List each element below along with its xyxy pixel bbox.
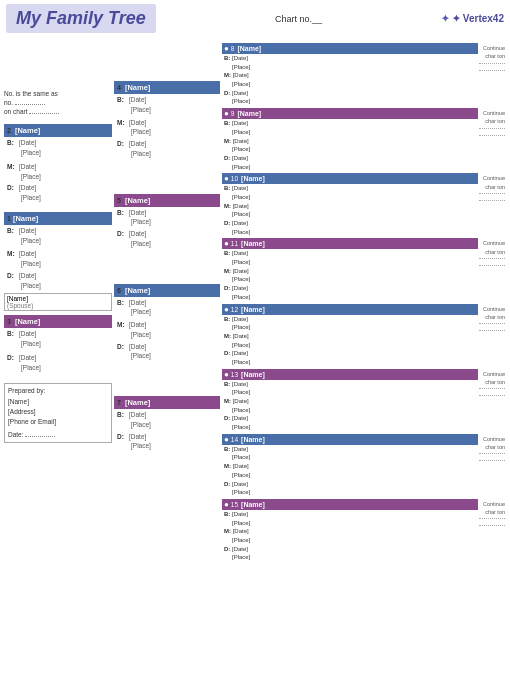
right-persons-list: ● 8 [Name] B: [Date] [Place] M: [Date] [… (222, 43, 506, 563)
person-1-name-bar: 1 [Name] (4, 212, 112, 225)
right-person-r8: ● 15 [Name] B: [Date] [Place] M: [Date] … (222, 499, 506, 562)
person-4-name-bar: 4 [Name] (114, 81, 220, 94)
person-3-card: 3 [Name] B:[Date] [Place] D:[Date] [Plac… (4, 315, 112, 373)
header: My Family Tree Chart no.__ ✦ ✦ Vertex42 (0, 0, 510, 37)
right-person-r5: ● 12 [Name] B: [Date] [Place] M: [Date] … (222, 304, 506, 367)
chart-no-label: Chart no.__ (275, 14, 322, 24)
spouse-field: [Name] (Spouse) (4, 293, 112, 311)
person-7-name-bar: 7 [Name] (114, 396, 220, 409)
person-6-card: 6 [Name] B:[Date] [Place] M:[Date] [Plac… (114, 284, 220, 363)
person-1-card: 1 [Name] B:[Date] [Place] M:[Date] [Plac… (4, 212, 112, 312)
person-4-card: 4 [Name] B:[Date] [Place] M:[Date] [Plac… (114, 81, 220, 160)
logo: ✦ ✦ Vertex42 (441, 13, 504, 24)
prepared-by-box: Prepared by: [Name] [Address] [Phone or … (4, 383, 112, 443)
right-person-r7: ● 14 [Name] B: [Date] [Place] M: [Date] … (222, 434, 506, 497)
chart-note: No. is the same as no. on chart (4, 89, 112, 116)
person-6-name-bar: 6 [Name] (114, 284, 220, 297)
right-person-r6: ● 13 [Name] B: [Date] [Place] M: [Date] … (222, 369, 506, 432)
app-title: My Family Tree (6, 4, 156, 33)
right-person-r3: ● 10 [Name] B: [Date] [Place] M: [Date] … (222, 173, 506, 236)
person-7-card: 7 [Name] B:[Date] [Place] D:[Date] [Plac… (114, 396, 220, 452)
right-person-r1: ● 8 [Name] B: [Date] [Place] M: [Date] [… (222, 43, 506, 106)
person-2-card: 2 [Name] B:[Date] [Place] M:[Date] [Plac… (4, 124, 112, 204)
person-2-name-bar: 2 [Name] (4, 124, 112, 137)
right-person-r4: ● 11 [Name] B: [Date] [Place] M: [Date] … (222, 238, 506, 301)
right-person-r2: ● 9 [Name] B: [Date] [Place] M: [Date] [… (222, 108, 506, 171)
person-5-card: 5 [Name] B:[Date] [Place] D:[Date] [Plac… (114, 194, 220, 250)
person-5-name-bar: 5 [Name] (114, 194, 220, 207)
person-3-name-bar: 3 [Name] (4, 315, 112, 328)
right-column: ● 8 [Name] B: [Date] [Place] M: [Date] [… (220, 43, 506, 563)
